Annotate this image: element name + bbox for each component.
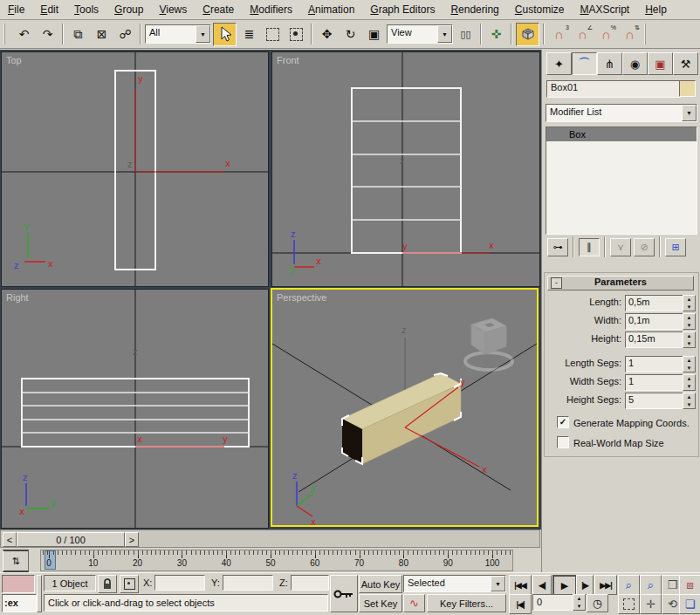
- menu-create[interactable]: Create: [195, 1, 242, 18]
- track-bar-ruler[interactable]: 0 10 20 30 40 50 60 70 80 90 100: [40, 550, 513, 571]
- viewport-top[interactable]: Top y x z y z x: [1, 51, 269, 287]
- configure-modifier-sets-icon[interactable]: ⊞: [665, 238, 686, 256]
- height-segs-spinner[interactable]: ▲▼: [683, 393, 696, 409]
- object-color-swatch[interactable]: [679, 80, 696, 97]
- go-to-end-icon[interactable]: ▶▶|: [594, 575, 617, 595]
- width-field[interactable]: 0,1m: [625, 313, 684, 330]
- width-segs-field[interactable]: 1: [625, 374, 684, 391]
- viewport-front-canvas[interactable]: y x z z y x: [272, 52, 539, 286]
- zoom-extents-all-icon[interactable]: ⧈: [679, 575, 700, 595]
- maxscript-mini-listener[interactable]: :ex: [2, 594, 37, 612]
- redo-icon[interactable]: ↷: [37, 24, 58, 45]
- reference-coordinate-dropdown[interactable]: View ▼: [387, 24, 453, 44]
- select-and-scale-icon[interactable]: ▣: [363, 24, 385, 45]
- default-tangent-icon[interactable]: ∿: [403, 594, 425, 612]
- height-segs-field[interactable]: 5: [625, 393, 684, 409]
- menu-group[interactable]: Group: [106, 1, 151, 18]
- menu-maxscript[interactable]: MAXScript: [573, 1, 638, 18]
- region-zoom-icon[interactable]: [618, 594, 640, 614]
- y-coord-field[interactable]: [223, 575, 273, 591]
- length-spinner[interactable]: ▲▼: [683, 295, 696, 311]
- select-and-rotate-icon[interactable]: ↻: [340, 24, 361, 45]
- window-crossing-icon[interactable]: [285, 24, 307, 45]
- pin-stack-icon[interactable]: ⊶: [547, 238, 568, 256]
- length-segs-field[interactable]: 1: [625, 356, 684, 372]
- pan-view-icon[interactable]: ✛: [640, 594, 662, 614]
- set-key-button[interactable]: Set Key: [359, 594, 402, 612]
- absolute-offset-mode-icon[interactable]: [120, 575, 139, 593]
- chevron-down-icon[interactable]: ▼: [682, 105, 697, 121]
- use-pivot-point-center-icon[interactable]: ▯▯: [455, 24, 477, 45]
- menu-help[interactable]: Help: [637, 1, 675, 18]
- height-spinner[interactable]: ▲▼: [683, 331, 696, 348]
- time-slider-prev-button[interactable]: <: [3, 532, 17, 547]
- select-object-button[interactable]: [213, 23, 237, 46]
- viewport-right[interactable]: Right x y z z x y: [1, 289, 269, 529]
- key-mode-toggle-icon[interactable]: |◀|: [509, 594, 532, 614]
- menu-edit[interactable]: Edit: [32, 1, 66, 18]
- bind-to-spacewarp-icon[interactable]: ☍: [114, 24, 136, 45]
- viewport-front-label[interactable]: Front: [277, 55, 299, 65]
- tab-motion-icon[interactable]: ◉: [622, 52, 648, 75]
- selection-filter-dropdown[interactable]: All ▼: [145, 24, 211, 44]
- auto-key-button[interactable]: Auto Key: [359, 575, 402, 593]
- menu-animation[interactable]: Animation: [300, 1, 362, 18]
- select-and-manipulate-icon[interactable]: ✜: [485, 24, 507, 45]
- viewport-perspective-canvas[interactable]: z: [272, 290, 537, 525]
- open-mini-curve-editor-icon[interactable]: ⇅: [3, 550, 29, 572]
- menu-tools[interactable]: Tools: [66, 1, 106, 18]
- menu-views[interactable]: Views: [151, 1, 195, 18]
- macro-recorder-pane[interactable]: [2, 575, 35, 593]
- stack-item-box[interactable]: Box: [546, 127, 697, 141]
- parameters-rollout-header[interactable]: - Parameters: [547, 276, 694, 290]
- viewport-perspective[interactable]: Perspective z: [271, 288, 539, 527]
- tab-utilities-icon[interactable]: ⚒: [673, 52, 698, 75]
- width-segs-spinner[interactable]: ▲▼: [683, 374, 696, 391]
- toolbar-grip[interactable]: [644, 24, 650, 44]
- current-frame-field[interactable]: 0: [532, 594, 576, 611]
- modifier-list-dropdown[interactable]: Modifier List ▼: [546, 104, 697, 122]
- viewport-right-label[interactable]: Right: [6, 292, 29, 303]
- generate-mapping-coords-checkbox[interactable]: ✓: [557, 416, 569, 428]
- make-unique-icon[interactable]: ⋎: [610, 238, 631, 256]
- height-field[interactable]: 0,15m: [625, 331, 684, 348]
- viewcube-icon[interactable]: [465, 318, 512, 370]
- undo-icon[interactable]: ↶: [13, 24, 35, 45]
- time-slider-thumb[interactable]: 0 / 100: [17, 532, 125, 547]
- menu-customize[interactable]: Customize: [507, 1, 573, 18]
- selection-lock-icon[interactable]: [98, 575, 117, 593]
- x-coord-field[interactable]: [154, 575, 205, 591]
- collapse-icon[interactable]: -: [551, 277, 562, 289]
- chevron-down-icon[interactable]: ▼: [491, 576, 505, 591]
- zoom-icon[interactable]: ⌕: [618, 575, 640, 595]
- viewport-top-label[interactable]: Top: [6, 55, 22, 65]
- tab-hierarchy-icon[interactable]: ⋔: [597, 52, 622, 75]
- modifier-stack[interactable]: Box: [546, 126, 697, 235]
- show-end-result-icon[interactable]: ∥: [579, 238, 600, 256]
- time-slider-track[interactable]: < 0 / 100 >: [0, 530, 540, 548]
- width-spinner[interactable]: ▲▼: [683, 313, 696, 330]
- listener-splitter[interactable]: [37, 575, 42, 612]
- go-to-start-icon[interactable]: |◀◀: [509, 575, 532, 595]
- menu-modifiers[interactable]: Modifiers: [242, 1, 300, 18]
- unlink-selection-icon[interactable]: ⊠: [91, 24, 113, 45]
- remove-modifier-icon[interactable]: ⊘: [634, 238, 655, 256]
- key-filters-button[interactable]: Key Filters...: [427, 594, 506, 612]
- toolbar-grip[interactable]: [3, 24, 10, 44]
- select-by-name-icon[interactable]: ≣: [238, 24, 260, 45]
- chevron-down-icon[interactable]: ▼: [196, 25, 210, 43]
- object-name-field[interactable]: Box01: [546, 80, 681, 98]
- time-slider-next-button[interactable]: >: [125, 532, 139, 547]
- time-configuration-icon[interactable]: ◷: [587, 594, 608, 612]
- set-keys-button[interactable]: [330, 575, 358, 612]
- viewport-front[interactable]: Front y x z z y x: [271, 51, 540, 287]
- length-field[interactable]: 0,5m: [625, 295, 684, 311]
- select-and-move-icon[interactable]: ✥: [316, 24, 338, 45]
- menu-file[interactable]: File: [0, 1, 32, 18]
- previous-frame-icon[interactable]: ◀|: [532, 575, 552, 595]
- tab-modify-icon[interactable]: ⌒: [572, 52, 597, 75]
- key-selection-dropdown[interactable]: Selected ▼: [403, 575, 506, 592]
- snaps-toggle-button[interactable]: [516, 23, 539, 46]
- real-world-map-size-checkbox[interactable]: [557, 436, 569, 448]
- select-and-link-icon[interactable]: ⧉: [67, 24, 89, 45]
